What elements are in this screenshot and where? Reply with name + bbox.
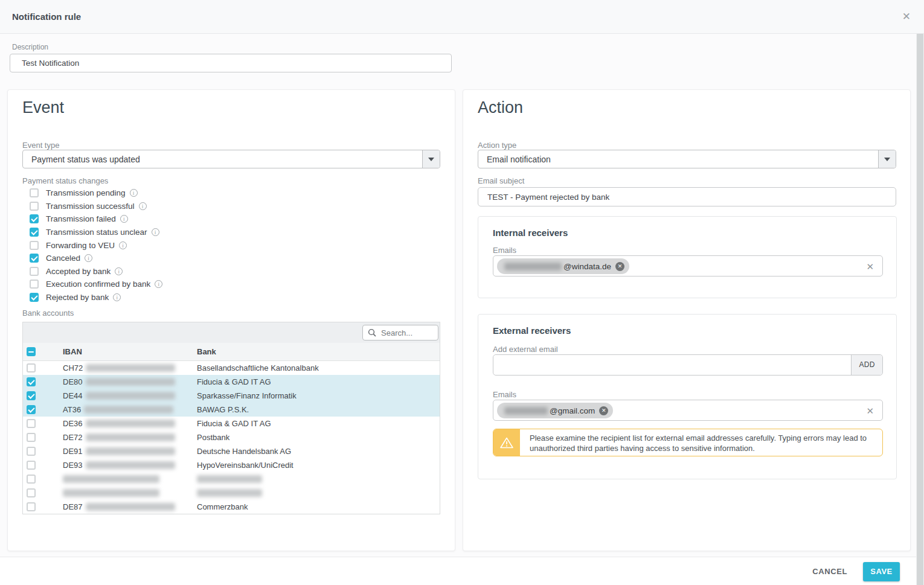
- warning-icon: [493, 429, 520, 456]
- row-checkbox[interactable]: [27, 377, 36, 386]
- table-row[interactable]: DE93HypoVereinsbank/UniCredit: [23, 458, 440, 472]
- chevron-down-icon[interactable]: [878, 150, 896, 168]
- checkbox[interactable]: [30, 202, 39, 211]
- add-button[interactable]: ADD: [851, 355, 882, 375]
- event-type-select[interactable]: Payment status was updated: [22, 150, 440, 168]
- table-row[interactable]: CH72Basellandschaftliche Kantonalbank: [23, 361, 440, 375]
- row-checkbox[interactable]: [27, 475, 36, 484]
- iban-cell: AT36: [63, 405, 197, 414]
- checkbox[interactable]: [30, 267, 39, 276]
- event-type-value: Payment status was updated: [31, 155, 140, 164]
- payment-status-option[interactable]: Rejected by banki: [30, 291, 162, 304]
- redacted-bank: [197, 475, 262, 483]
- action-type-select[interactable]: Email notification: [478, 150, 896, 168]
- checkbox[interactable]: [30, 188, 39, 197]
- table-row[interactable]: DE87Commerzbank: [23, 500, 440, 514]
- row-checkbox[interactable]: [27, 391, 36, 400]
- redacted-iban: [86, 392, 175, 400]
- payment-status-option[interactable]: Transmission failedi: [30, 213, 162, 226]
- scrollbar-track[interactable]: [916, 34, 924, 585]
- internal-emails-field[interactable]: @windata.de ✕ ✕: [493, 255, 883, 277]
- chip-remove-icon[interactable]: ✕: [599, 406, 608, 415]
- row-checkbox[interactable]: [27, 502, 36, 511]
- iban-prefix: CH72: [63, 363, 83, 372]
- table-row[interactable]: DE72Postbank: [23, 430, 440, 444]
- chevron-down-icon[interactable]: [422, 150, 440, 168]
- table-row[interactable]: [23, 486, 440, 500]
- info-icon[interactable]: i: [139, 202, 147, 210]
- iban-prefix: DE87: [63, 502, 83, 511]
- scrollbar-thumb[interactable]: [917, 34, 923, 585]
- bank-cell: Fiducia & GAD IT AG: [197, 419, 440, 428]
- row-checkbox[interactable]: [27, 447, 36, 456]
- table-row[interactable]: DE36Fiducia & GAD IT AG: [23, 417, 440, 430]
- bank-accounts-label: Bank accounts: [22, 308, 74, 318]
- email-chip-text: @gmail.com: [550, 406, 595, 415]
- payment-status-option[interactable]: Accepted by banki: [30, 265, 162, 278]
- checkbox-label: Transmission status unclear: [46, 228, 147, 237]
- checkbox[interactable]: [30, 241, 39, 250]
- clear-field-icon[interactable]: ✕: [866, 261, 874, 272]
- description-input[interactable]: [10, 54, 452, 72]
- close-icon[interactable]: ✕: [902, 10, 911, 23]
- iban-cell: CH72: [63, 363, 197, 372]
- info-icon[interactable]: i: [113, 293, 121, 301]
- iban-cell: DE36: [63, 419, 197, 428]
- select-all-checkbox[interactable]: [27, 347, 36, 356]
- info-icon[interactable]: i: [152, 228, 159, 236]
- bank-name: Basellandschaftliche Kantonalbank: [197, 363, 319, 372]
- table-row[interactable]: DE91Deutsche Handelsbank AG: [23, 444, 440, 458]
- action-type-label: Action type: [478, 141, 516, 150]
- row-checkbox[interactable]: [27, 363, 36, 372]
- info-icon[interactable]: i: [85, 254, 92, 262]
- table-row[interactable]: [23, 472, 440, 486]
- row-checkbox-cell: [23, 461, 63, 470]
- save-button[interactable]: SAVE: [863, 562, 900, 581]
- checkbox-label: Canceled: [46, 254, 80, 263]
- event-title: Event: [22, 98, 64, 117]
- row-checkbox-cell: [23, 377, 63, 386]
- add-external-email-label: Add external email: [493, 345, 558, 354]
- payment-status-option[interactable]: Transmission status uncleari: [30, 226, 162, 239]
- redacted-iban: [86, 378, 175, 386]
- bank-name: Fiducia & GAD IT AG: [197, 419, 271, 428]
- row-checkbox[interactable]: [27, 433, 36, 442]
- checkbox[interactable]: [30, 214, 39, 223]
- action-type-value: Email notification: [487, 155, 551, 164]
- row-checkbox[interactable]: [27, 405, 36, 414]
- event-panel: Event Event type Payment status was upda…: [7, 89, 455, 551]
- payment-status-option[interactable]: Transmission pendingi: [30, 187, 162, 200]
- payment-status-option[interactable]: Canceledi: [30, 252, 162, 265]
- table-row[interactable]: DE44Sparkasse/Finanz Informatik: [23, 389, 440, 403]
- action-panel: Action Action type Email notification Em…: [463, 89, 911, 551]
- checkbox[interactable]: [30, 254, 39, 263]
- cancel-button[interactable]: CANCEL: [812, 567, 847, 576]
- chip-remove-icon[interactable]: ✕: [615, 262, 624, 271]
- table-row[interactable]: AT36BAWAG P.S.K.: [23, 403, 440, 417]
- clear-field-icon[interactable]: ✕: [866, 406, 874, 417]
- row-checkbox[interactable]: [27, 419, 36, 428]
- external-emails-field[interactable]: @gmail.com ✕ ✕: [493, 400, 883, 421]
- info-icon[interactable]: i: [120, 215, 128, 223]
- row-checkbox-cell: [23, 488, 63, 497]
- email-subject-input[interactable]: [478, 187, 896, 206]
- checkbox[interactable]: [30, 293, 39, 302]
- checkbox[interactable]: [30, 228, 39, 237]
- payment-status-option[interactable]: Execution confirmed by banki: [30, 278, 162, 291]
- row-checkbox[interactable]: [27, 488, 36, 497]
- iban-prefix: DE93: [63, 461, 83, 470]
- search-input[interactable]: Search...: [362, 325, 438, 340]
- row-checkbox-cell: [23, 405, 63, 414]
- info-icon[interactable]: i: [130, 189, 138, 197]
- table-row[interactable]: DE80Fiducia & GAD IT AG: [23, 375, 440, 389]
- add-external-email-input[interactable]: [493, 355, 851, 375]
- payment-status-option[interactable]: Forwarding to VEUi: [30, 238, 162, 252]
- info-icon[interactable]: i: [155, 280, 162, 288]
- info-icon[interactable]: i: [119, 241, 127, 249]
- info-icon[interactable]: i: [115, 267, 123, 275]
- iban-prefix: DE80: [63, 377, 83, 386]
- row-checkbox[interactable]: [27, 461, 36, 470]
- payment-status-option[interactable]: Transmission successfuli: [30, 200, 162, 213]
- payment-status-label: Payment status changes: [22, 176, 108, 185]
- checkbox[interactable]: [30, 280, 39, 289]
